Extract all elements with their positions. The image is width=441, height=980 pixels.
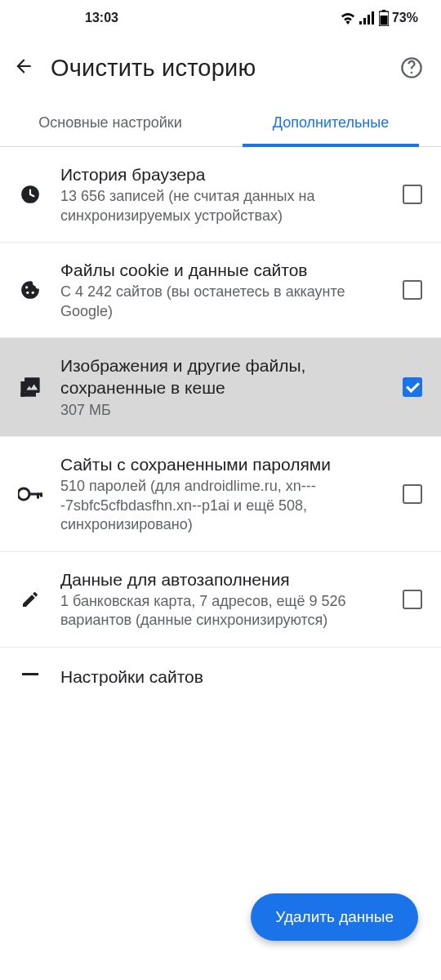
svg-rect-17 <box>37 492 39 498</box>
svg-rect-13 <box>20 393 36 397</box>
help-icon <box>400 56 423 79</box>
signal-icon <box>359 11 376 24</box>
row-title: Данные для автозаполнения <box>60 568 385 590</box>
svg-point-10 <box>26 292 29 294</box>
svg-rect-18 <box>40 492 42 497</box>
key-icon <box>16 487 44 501</box>
tab-advanced[interactable]: Дополнительные <box>220 100 441 146</box>
row-passwords[interactable]: Сайты с сохраненными паролями 510 пароле… <box>0 437 441 551</box>
status-bar: 13:03 73% <box>0 0 441 36</box>
row-autofill[interactable]: Данные для автозаполнения 1 банковская к… <box>0 552 441 648</box>
svg-rect-2 <box>368 15 370 24</box>
back-button[interactable] <box>13 56 34 80</box>
image-icon <box>16 376 44 399</box>
help-button[interactable] <box>395 51 428 84</box>
battery-percent: 73% <box>392 11 418 25</box>
row-title: Настройки сайтов <box>60 666 423 687</box>
row-subtitle: 13 656 записей (не считая данных на синх… <box>60 187 385 225</box>
settings-icon <box>16 673 44 681</box>
row-title: История браузера <box>60 163 385 185</box>
svg-rect-19 <box>22 673 38 675</box>
svg-rect-0 <box>359 21 362 24</box>
app-bar: Очистить историю <box>0 36 441 100</box>
checkbox-autofill[interactable] <box>402 589 423 610</box>
svg-rect-3 <box>372 11 374 24</box>
back-arrow-icon <box>13 56 34 77</box>
checkbox-passwords[interactable] <box>402 483 423 505</box>
history-icon <box>16 184 44 205</box>
svg-rect-14 <box>24 377 40 393</box>
battery-icon <box>379 10 389 26</box>
checkbox-history[interactable] <box>402 184 423 205</box>
svg-rect-6 <box>380 16 387 25</box>
svg-point-11 <box>32 292 34 294</box>
row-subtitle: 1 банковская карта, 7 адресов, ещё 9 526… <box>60 592 385 630</box>
row-cookies[interactable]: Файлы cookie и данные сайтов С 4 242 сай… <box>0 243 441 338</box>
tabs: Основные настройки Дополнительные <box>0 100 441 147</box>
status-time: 13:03 <box>85 11 118 25</box>
svg-rect-1 <box>363 18 366 24</box>
options-list: История браузера 13 656 записей (не счит… <box>0 147 441 687</box>
page-title: Очистить историю <box>51 55 379 82</box>
checkbox-cookies[interactable] <box>402 279 423 301</box>
row-cache[interactable]: Изображения и другие файлы, сохраненные … <box>0 338 441 437</box>
svg-point-15 <box>18 488 29 500</box>
row-subtitle: С 4 242 сайтов (вы останетесь в аккаунте… <box>60 283 385 321</box>
tab-basic[interactable]: Основные настройки <box>0 100 220 146</box>
status-icons: 73% <box>340 10 418 26</box>
wifi-icon <box>340 11 356 24</box>
row-title: Файлы cookie и данные сайтов <box>60 259 385 281</box>
row-history[interactable]: История браузера 13 656 записей (не счит… <box>0 147 441 243</box>
checkbox-cache[interactable] <box>402 376 423 398</box>
delete-data-button[interactable]: Удалить данные <box>251 893 418 941</box>
svg-point-9 <box>25 286 28 288</box>
row-sites[interactable]: Настройки сайтов <box>0 648 441 687</box>
row-title: Сайты с сохраненными паролями <box>60 453 385 475</box>
cookie-icon <box>16 279 44 301</box>
row-subtitle: 307 МБ <box>60 401 385 420</box>
row-title: Изображения и другие файлы, сохраненные … <box>60 354 385 399</box>
row-subtitle: 510 паролей (для androidlime.ru, xn----7… <box>60 477 385 534</box>
pencil-icon <box>16 590 44 609</box>
